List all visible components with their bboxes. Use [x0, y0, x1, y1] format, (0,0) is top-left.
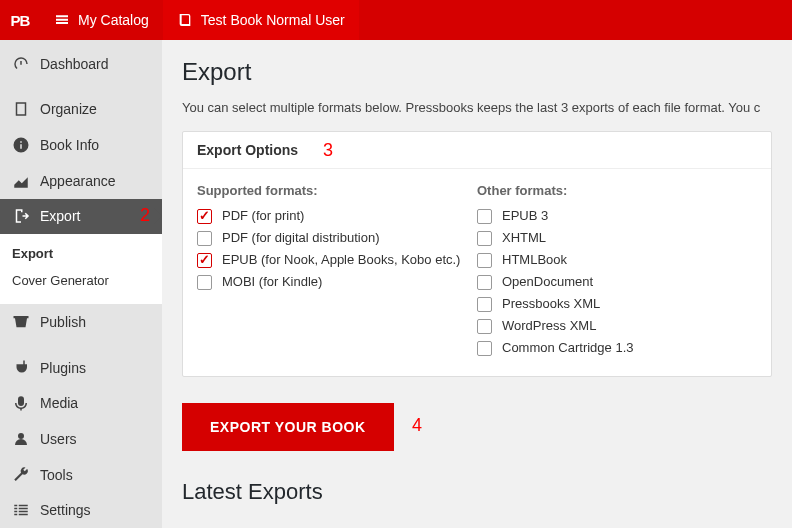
export-button[interactable]: EXPORT YOUR BOOK	[182, 403, 394, 451]
format-label: Pressbooks XML	[502, 296, 600, 311]
topbar: PB My Catalog Test Book Normal User	[0, 0, 792, 40]
format-label: MOBI (for Kindle)	[222, 274, 322, 289]
organize-icon	[12, 100, 30, 118]
format-option[interactable]: PDF (for print)	[197, 208, 477, 224]
format-checkbox[interactable]	[477, 275, 492, 290]
sidebar-submenu: Export Cover Generator	[0, 234, 162, 304]
format-option[interactable]: HTMLBook	[477, 252, 757, 268]
panel-header: Export Options 3	[183, 132, 771, 169]
main-content: Export You can select multiple formats b…	[162, 40, 792, 528]
format-option[interactable]: OpenDocument	[477, 274, 757, 290]
format-checkbox[interactable]	[197, 209, 212, 224]
publish-icon	[12, 313, 30, 331]
panel-header-text: Export Options	[197, 142, 298, 158]
sidebar: Dashboard 1 Organize Book Info Appearanc…	[0, 40, 162, 528]
sidebar-item-users[interactable]: Users	[0, 421, 162, 457]
sidebar-item-publish[interactable]: Publish	[0, 304, 162, 340]
sidebar-item-media[interactable]: Media	[0, 385, 162, 421]
settings-icon	[12, 501, 30, 519]
sidebar-item-organize[interactable]: Organize	[0, 92, 162, 128]
catalog-link[interactable]: My Catalog	[40, 0, 163, 40]
catalog-icon	[54, 12, 70, 28]
format-checkbox[interactable]	[477, 231, 492, 246]
sidebar-label: Organize	[40, 101, 97, 117]
format-option[interactable]: Pressbooks XML	[477, 296, 757, 312]
sidebar-label: Export	[40, 208, 80, 224]
format-label: Common Cartridge 1.3	[502, 340, 634, 355]
format-option[interactable]: PDF (for digital distribution)	[197, 230, 477, 246]
format-option[interactable]: EPUB (for Nook, Apple Books, Kobo etc.)	[197, 252, 477, 268]
plugins-icon	[12, 359, 30, 377]
format-checkbox[interactable]	[197, 231, 212, 246]
other-formats-column: Other formats: EPUB 3 XHTML HTMLBook Ope…	[477, 183, 757, 362]
appearance-icon	[12, 172, 30, 190]
format-option[interactable]: XHTML	[477, 230, 757, 246]
format-checkbox[interactable]	[197, 275, 212, 290]
sidebar-label: Plugins	[40, 360, 86, 376]
catalog-label: My Catalog	[78, 12, 149, 28]
format-checkbox[interactable]	[477, 319, 492, 334]
format-option[interactable]: EPUB 3	[477, 208, 757, 224]
sidebar-item-export[interactable]: Export 2	[0, 199, 162, 235]
sidebar-item-plugins[interactable]: Plugins	[0, 350, 162, 386]
format-label: EPUB 3	[502, 208, 548, 223]
sidebar-label: Appearance	[40, 173, 116, 189]
sidebar-label: Book Info	[40, 137, 99, 153]
annotation-3: 3	[323, 140, 333, 161]
sidebar-label: Tools	[40, 467, 73, 483]
format-label: EPUB (for Nook, Apple Books, Kobo etc.)	[222, 252, 460, 267]
format-label: HTMLBook	[502, 252, 567, 267]
sidebar-item-settings[interactable]: Settings	[0, 492, 162, 528]
format-option[interactable]: Common Cartridge 1.3	[477, 340, 757, 356]
format-checkbox[interactable]	[477, 209, 492, 224]
page-title: Export	[182, 58, 772, 86]
latest-exports-heading: Latest Exports	[182, 479, 772, 505]
sidebar-item-dashboard[interactable]: Dashboard 1	[0, 46, 162, 82]
format-label: PDF (for digital distribution)	[222, 230, 380, 245]
page-description: You can select multiple formats below. P…	[182, 100, 772, 115]
format-label: OpenDocument	[502, 274, 593, 289]
sidebar-label: Settings	[40, 502, 91, 518]
sidebar-item-appearance[interactable]: Appearance	[0, 163, 162, 199]
format-option[interactable]: MOBI (for Kindle)	[197, 274, 477, 290]
format-label: WordPress XML	[502, 318, 596, 333]
current-book-label: Test Book Normal User	[201, 12, 345, 28]
sidebar-item-bookinfo[interactable]: Book Info	[0, 127, 162, 163]
format-label: PDF (for print)	[222, 208, 304, 223]
format-checkbox[interactable]	[477, 341, 492, 356]
info-icon	[12, 136, 30, 154]
sidebar-label: Dashboard	[40, 56, 109, 72]
format-label: XHTML	[502, 230, 546, 245]
pb-logo[interactable]: PB	[0, 0, 40, 40]
users-icon	[12, 430, 30, 448]
book-icon	[177, 12, 193, 28]
supported-title: Supported formats:	[197, 183, 477, 198]
export-options-panel: Export Options 3 Supported formats: PDF …	[182, 131, 772, 377]
export-icon	[12, 207, 30, 225]
format-checkbox[interactable]	[477, 253, 492, 268]
sidebar-sub-export[interactable]: Export	[0, 240, 162, 267]
sidebar-item-tools[interactable]: Tools	[0, 457, 162, 493]
other-title: Other formats:	[477, 183, 757, 198]
format-checkbox[interactable]	[197, 253, 212, 268]
tools-icon	[12, 466, 30, 484]
dashboard-icon	[12, 55, 30, 73]
sidebar-label: Media	[40, 395, 78, 411]
annotation-2: 2	[140, 205, 150, 226]
sidebar-sub-cover[interactable]: Cover Generator	[0, 267, 162, 294]
supported-formats-column: Supported formats: PDF (for print) PDF (…	[197, 183, 477, 362]
current-book[interactable]: Test Book Normal User	[163, 0, 359, 40]
annotation-4: 4	[412, 415, 422, 436]
sidebar-label: Publish	[40, 314, 86, 330]
sidebar-label: Users	[40, 431, 77, 447]
format-checkbox[interactable]	[477, 297, 492, 312]
format-option[interactable]: WordPress XML	[477, 318, 757, 334]
media-icon	[12, 394, 30, 412]
